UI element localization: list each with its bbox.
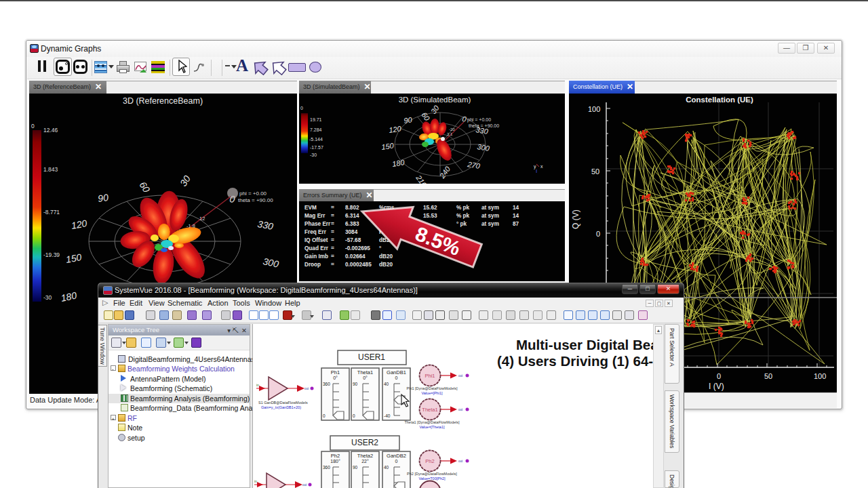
svg-text:-8.771: -8.771: [43, 209, 60, 216]
svg-text:out: out: [304, 387, 309, 390]
svg-text:360: 360: [323, 465, 330, 470]
svg-text:(4) Users Driving (1) 64-eleme: (4) Users Driving (1) 64-element: [497, 353, 654, 369]
svg-text:40: 40: [384, 382, 389, 386]
svg-text:Gain Imb: Gain Imb: [304, 253, 328, 260]
svg-text:Value=[Theta1]: Value=[Theta1]: [419, 425, 445, 429]
svg-text:Constellation (UE): Constellation (UE): [686, 96, 753, 104]
svg-text:-5.144: -5.144: [309, 137, 323, 142]
svg-text:Multi-user Digital Beamforming: Multi-user Digital Beamforming: [516, 337, 654, 352]
svg-text:out: out: [458, 374, 463, 378]
svg-text:180°: 180°: [330, 459, 340, 464]
svg-text:out: out: [458, 460, 463, 463]
svg-text:Droop: Droop: [304, 262, 321, 268]
svg-text:90: 90: [97, 192, 109, 204]
svg-text:USER2: USER2: [351, 438, 378, 447]
svg-text:EVM: EVM: [304, 205, 317, 211]
svg-text:=: =: [331, 245, 334, 251]
svg-text:Value=[Phi1]: Value=[Phi1]: [422, 391, 443, 395]
svg-text:-19.39: -19.39: [43, 251, 60, 258]
svg-text:0: 0: [717, 372, 721, 380]
svg-text:Phi1: Phi1: [425, 373, 435, 379]
svg-text:GanDB2: GanDB2: [387, 453, 406, 459]
svg-text:Theta2: Theta2: [357, 453, 373, 459]
svg-text:3D (SimulatedBeam): 3D (SimulatedBeam): [399, 96, 471, 104]
svg-text:=: =: [331, 221, 334, 227]
svg-text:USER1: USER1: [358, 352, 385, 362]
svg-text:x: x: [540, 164, 543, 169]
svg-text:S1 GanDB@DataFlowModels: S1 GanDB@DataFlowModels: [258, 401, 308, 405]
svg-text:Ph2: Ph2: [331, 453, 340, 459]
svg-text:Ph2: Ph2: [425, 458, 434, 464]
svg-text:out: out: [458, 408, 463, 411]
svg-text:=: =: [331, 205, 334, 211]
svg-text:=: =: [331, 229, 334, 235]
svg-text:0: 0: [323, 413, 326, 418]
svg-text:90: 90: [353, 465, 358, 470]
svg-text:19.71: 19.71: [310, 117, 322, 122]
svg-text:-30: -30: [310, 152, 317, 157]
svg-text:22°: 22°: [361, 459, 369, 464]
svg-text:0: 0: [300, 106, 303, 110]
svg-text:90: 90: [353, 382, 358, 386]
svg-text:=: =: [331, 213, 334, 219]
svg-text:Ph2 [Dyna@DataFlowModels]: Ph2 [Dyna@DataFlowModels]: [407, 472, 457, 476]
svg-text:0: 0: [596, 230, 600, 238]
svg-text:=: =: [331, 237, 334, 243]
svg-text:-17.57: -17.57: [310, 145, 323, 150]
svg-text:0: 0: [353, 413, 355, 418]
svg-text:Mag Err: Mag Err: [304, 213, 326, 219]
svg-text:0: 0: [31, 123, 35, 129]
svg-text:7.284: 7.284: [310, 127, 322, 132]
svg-text:Ph1: Ph1: [331, 369, 340, 375]
svg-text:12.46: 12.46: [43, 127, 58, 134]
svg-text:=: =: [331, 253, 334, 260]
svg-text:-30: -30: [43, 294, 52, 301]
svg-text:I (V): I (V): [709, 382, 724, 391]
svg-text:Phase Err: Phase Err: [304, 221, 331, 227]
svg-text:Quad Err: Quad Err: [304, 245, 329, 251]
svg-text:Gain=y_tx(GanDB1+20): Gain=y_tx(GanDB1+20): [261, 405, 301, 409]
svg-text:0: 0: [395, 459, 398, 464]
svg-text:-40: -40: [384, 413, 391, 418]
svg-text:phi = +0.00: phi = +0.00: [467, 117, 491, 123]
svg-text:Theta1: Theta1: [357, 369, 373, 375]
svg-text:0: 0: [395, 375, 398, 380]
svg-text:Phi1 [Dyna@DataFlowModels]: Phi1 [Dyna@DataFlowModels]: [407, 386, 458, 390]
svg-text:3D (ReferenceBeam): 3D (ReferenceBeam): [123, 96, 203, 106]
svg-text:Q (V): Q (V): [571, 209, 580, 229]
svg-text:Theta1 [Dyna@DataFlowModels]: Theta1 [Dyna@DataFlowModels]: [404, 420, 460, 424]
svg-text:in: in: [256, 383, 259, 387]
svg-text:Value=T00[Ph2]: Value=T00[Ph2]: [418, 476, 446, 481]
svg-text:50: 50: [764, 372, 772, 380]
svg-text:in: in: [254, 479, 257, 483]
svg-text:3.1: 3.1: [447, 132, 453, 136]
svg-text:100: 100: [588, 105, 600, 113]
svg-text:1.843: 1.843: [43, 166, 58, 173]
svg-text:IQ Offset: IQ Offset: [304, 237, 328, 243]
svg-text:y: y: [534, 164, 536, 169]
svg-text:=: =: [331, 262, 334, 268]
svg-text:-20: -20: [449, 127, 455, 131]
svg-text:40: 40: [384, 465, 389, 470]
svg-text:phi = +0.00: phi = +0.00: [239, 190, 267, 197]
svg-text:out: out: [302, 483, 307, 487]
svg-text:0°: 0°: [333, 375, 338, 380]
svg-text:50: 50: [591, 167, 599, 176]
svg-text:360: 360: [323, 382, 330, 386]
svg-text:12: 12: [199, 216, 205, 222]
svg-text:100: 100: [814, 372, 826, 380]
svg-text:Freq Err: Freq Err: [304, 229, 327, 235]
svg-text:GanDB1: GanDB1: [387, 369, 406, 375]
svg-text:Theta1: Theta1: [422, 407, 437, 413]
svg-text:0°: 0°: [363, 375, 368, 380]
svg-text:theta = +90.00: theta = +90.00: [469, 123, 499, 128]
svg-text:theta = +90.00: theta = +90.00: [238, 197, 273, 203]
